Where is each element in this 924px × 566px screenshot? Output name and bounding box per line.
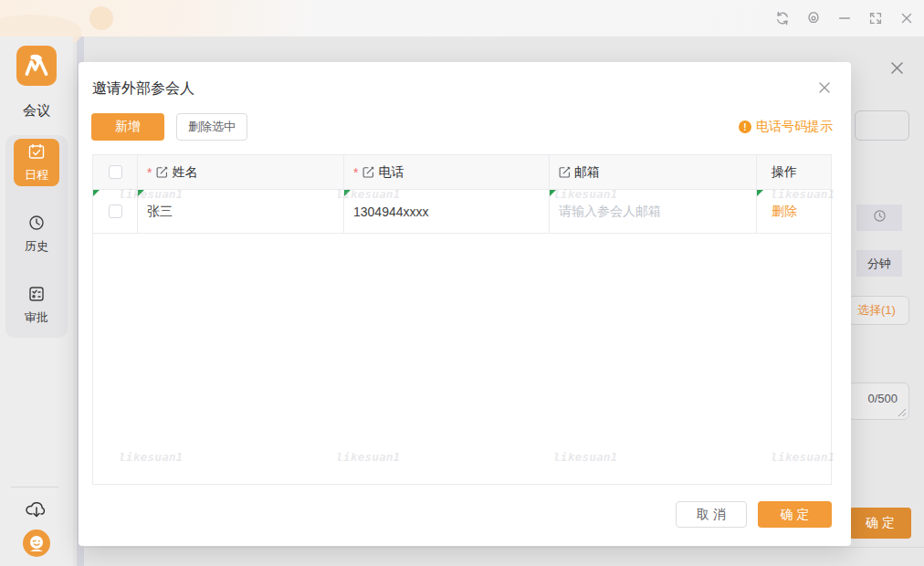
header-label: 邮箱	[574, 164, 600, 181]
background-select-button[interactable]: 选择(1)	[848, 296, 909, 325]
sidebar: 会议 日程 历史	[0, 37, 73, 566]
avatar[interactable]	[23, 529, 50, 557]
phone-number-tip[interactable]: ! 电话号码提示	[739, 119, 833, 135]
select-label: 选择(1)	[857, 302, 896, 319]
app-logo[interactable]	[16, 46, 57, 86]
char-counter: 0/500	[867, 392, 898, 405]
clock-icon	[27, 214, 46, 236]
approval-icon	[27, 285, 46, 307]
add-row-button[interactable]: 新增	[91, 113, 164, 141]
sidebar-divider	[11, 487, 58, 487]
dialog-title: 邀请外部参会人	[92, 79, 194, 99]
header-action: 操作	[757, 155, 831, 190]
background-time-picker[interactable]	[856, 204, 902, 231]
delete-row-link[interactable]: 删除	[772, 204, 797, 220]
background-footer-divider	[84, 547, 924, 548]
sidebar-item-approval[interactable]: 审批	[14, 281, 59, 329]
sidebar-item-label: 审批	[25, 309, 48, 326]
email-cell[interactable]: 请输入参会人邮箱	[550, 190, 757, 234]
info-icon: !	[739, 121, 751, 133]
header-email: 邮箱	[550, 155, 757, 190]
background-close-icon[interactable]	[889, 60, 905, 76]
cloud-download-icon[interactable]	[24, 498, 49, 521]
table-row: 张三 1304944xxxx 请输入参会人邮箱 删除	[93, 190, 831, 234]
resize-handle-icon[interactable]	[897, 407, 907, 417]
refresh-icon[interactable]	[773, 10, 791, 27]
header-label: 操作	[772, 164, 797, 181]
confirm-button[interactable]: 确 定	[758, 501, 832, 528]
phone-value: 1304944xxxx	[353, 204, 429, 219]
background-input[interactable]	[855, 110, 909, 141]
participants-table: * 姓名 * 电话	[92, 154, 832, 485]
dialog-close-icon[interactable]	[816, 80, 833, 97]
clock-icon	[873, 209, 887, 226]
row-checkbox[interactable]	[109, 204, 122, 218]
header-checkbox-cell	[93, 155, 138, 190]
window-controls	[773, 0, 915, 37]
titlebar	[0, 0, 924, 37]
required-marker: *	[147, 165, 152, 180]
edit-icon	[156, 166, 168, 178]
sidebar-nav: 日程 历史 审批	[5, 135, 68, 338]
dialog-footer: 取 消 确 定	[79, 501, 851, 528]
maximize-icon[interactable]	[866, 10, 884, 27]
background-confirm-button[interactable]: 确 定	[849, 508, 911, 539]
header-name: * 姓名	[138, 155, 344, 190]
phone-cell[interactable]: 1304944xxxx	[344, 190, 550, 234]
email-placeholder: 请输入参会人邮箱	[559, 204, 661, 220]
edit-icon	[559, 166, 571, 178]
settings-icon[interactable]	[804, 10, 822, 27]
phone-tip-label: 电话号码提示	[756, 119, 833, 135]
sidebar-item-schedule[interactable]: 日程	[14, 139, 59, 186]
minimize-icon[interactable]	[835, 10, 853, 27]
header-phone: * 电话	[344, 155, 550, 190]
sidebar-item-label: 历史	[25, 238, 48, 255]
invite-external-participants-dialog: 邀请外部参会人 新增 删除选中 ! 电话号码提示 * 姓名	[79, 62, 851, 546]
header-label: 姓名	[172, 164, 197, 181]
row-checkbox-cell	[93, 190, 138, 234]
sidebar-item-label: 日程	[25, 167, 48, 183]
close-icon[interactable]	[898, 10, 915, 27]
titlebar-decoration-circle	[89, 6, 113, 30]
table-header-row: * 姓名 * 电话	[93, 155, 831, 190]
edit-icon	[362, 166, 374, 178]
minutes-unit-label: 分钟	[856, 250, 902, 277]
cancel-button[interactable]: 取 消	[676, 501, 747, 528]
header-label: 电话	[378, 164, 404, 181]
sidebar-item-history[interactable]: 历史	[14, 210, 59, 257]
delete-selected-button[interactable]: 删除选中	[176, 113, 247, 141]
background-textarea-counter: 0/500	[848, 383, 909, 420]
required-marker: *	[353, 165, 358, 180]
action-cell: 删除	[757, 190, 831, 234]
name-value: 张三	[147, 204, 173, 220]
select-all-checkbox[interactable]	[109, 165, 122, 179]
name-cell[interactable]: 张三	[138, 190, 344, 234]
sidebar-section-label: 会议	[0, 102, 73, 120]
calendar-icon	[27, 142, 46, 164]
app-window: 会议 日程 历史	[0, 0, 924, 566]
